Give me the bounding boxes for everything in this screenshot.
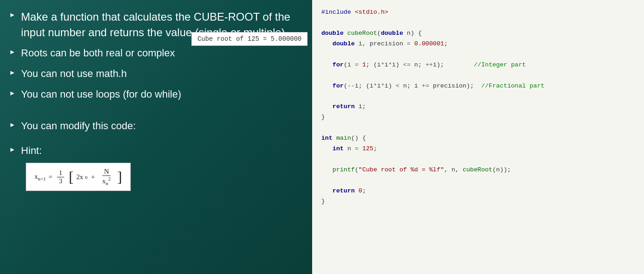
inner-fraction: N xn2 bbox=[101, 168, 113, 186]
bullet-list: ► Make a function that calculates the CU… bbox=[9, 9, 298, 133]
output-text: Cube root of 125 = 5.000000 bbox=[197, 35, 302, 43]
hint-bullet: ► Hint: bbox=[9, 144, 298, 158]
formula-fraction: 1 3 bbox=[57, 169, 64, 185]
hint-arrow-icon: ► bbox=[9, 146, 16, 153]
bullet-arrow-1: ► bbox=[9, 11, 16, 18]
bullet-item-5: ► You can modify this code: bbox=[9, 119, 298, 133]
bullet-item-3: ► You can not use math.h bbox=[9, 67, 298, 81]
left-panel: ► Make a function that calculates the CU… bbox=[0, 0, 312, 274]
fraction-numerator: 1 bbox=[57, 169, 64, 177]
bullet-item-4: ► You can not use loops (for do while) bbox=[9, 88, 298, 102]
bracket-inner: 2xn + N xn2 bbox=[76, 168, 114, 186]
right-bracket: ] bbox=[117, 170, 122, 184]
bullet-text-5: You can modify this code: bbox=[21, 119, 136, 133]
bullet-text-4: You can not use loops (for do while) bbox=[21, 88, 181, 102]
bullet-arrow-2: ► bbox=[9, 48, 16, 55]
bullet-arrow-5: ► bbox=[9, 121, 16, 128]
formula-box: xn+1 = 1 3 [ 2xn + N xn2 ] bbox=[26, 163, 131, 191]
formula-content: xn+1 = 1 3 [ 2xn + N xn2 ] bbox=[34, 168, 122, 186]
inner-frac-num: N bbox=[102, 168, 111, 176]
hint-label: Hint: bbox=[21, 144, 42, 158]
output-box: Cube root of 125 = 5.000000 bbox=[191, 32, 308, 46]
left-bracket: [ bbox=[69, 170, 74, 184]
formula-lhs: xn+1 bbox=[34, 173, 46, 181]
bullet-text-2: Roots can be both real or complex bbox=[21, 46, 175, 60]
inner-frac-den: xn2 bbox=[101, 176, 113, 186]
bullet-item-2: ► Roots can be both real or complex bbox=[9, 46, 298, 60]
formula-equals: = bbox=[49, 173, 52, 181]
bullet-arrow-3: ► bbox=[9, 69, 16, 76]
fraction-denominator: 3 bbox=[57, 177, 64, 185]
code-editor[interactable]: #include <stdio.h> double cubeRoot(doubl… bbox=[312, 0, 644, 214]
bullet-text-3: You can not use math.h bbox=[21, 67, 127, 81]
right-panel: #include <stdio.h> double cubeRoot(doubl… bbox=[312, 0, 644, 274]
bullet-arrow-4: ► bbox=[9, 89, 16, 97]
xn-superscript: 2 bbox=[108, 176, 111, 181]
hint-section: ► Hint: xn+1 = 1 3 [ 2xn + N xn2 bbox=[9, 144, 298, 191]
